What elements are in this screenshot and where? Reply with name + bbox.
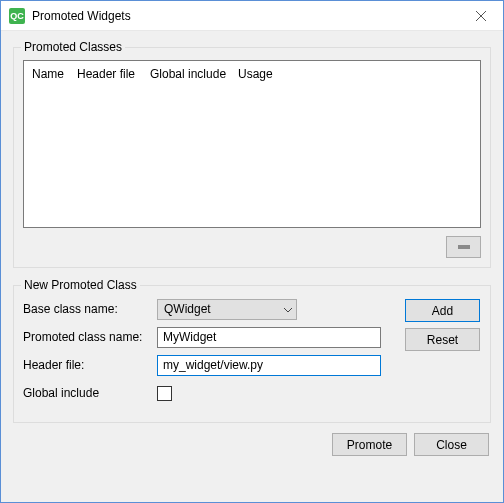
chevron-down-icon	[284, 302, 292, 316]
base-class-label: Base class name:	[23, 302, 157, 316]
promoted-class-input[interactable]	[157, 327, 381, 348]
window-title: Promoted Widgets	[32, 9, 458, 23]
base-class-select[interactable]: QWidget	[157, 299, 297, 320]
list-toolbar	[23, 236, 481, 258]
promote-button[interactable]: Promote	[332, 433, 407, 456]
new-promoted-class-group: New Promoted Class Base class name: QWid…	[13, 285, 491, 423]
dialog-content: Promoted Classes Name Header file Global…	[1, 31, 503, 502]
close-button[interactable]: Close	[414, 433, 489, 456]
remove-button[interactable]	[446, 236, 481, 258]
column-header-file[interactable]: Header file	[74, 65, 147, 83]
app-icon: QC	[9, 8, 25, 24]
reset-button[interactable]: Reset	[405, 328, 480, 351]
promoted-classes-group: Promoted Classes Name Header file Global…	[13, 47, 491, 268]
header-file-label: Header file:	[23, 358, 157, 372]
add-button[interactable]: Add	[405, 299, 480, 322]
column-global-include[interactable]: Global include	[147, 65, 235, 83]
column-name[interactable]: Name	[29, 65, 74, 83]
svg-rect-2	[458, 245, 470, 249]
group-title-new-promoted-class: New Promoted Class	[21, 278, 140, 292]
dialog-footer: Promote Close	[13, 423, 491, 456]
base-class-value: QWidget	[164, 302, 211, 316]
titlebar: QC Promoted Widgets	[1, 1, 503, 31]
header-file-input[interactable]	[157, 355, 381, 376]
promoted-class-label: Promoted class name:	[23, 330, 157, 344]
group-title-promoted-classes: Promoted Classes	[21, 40, 125, 54]
close-icon[interactable]	[458, 1, 503, 30]
minus-icon	[458, 245, 470, 249]
column-usage[interactable]: Usage	[235, 65, 285, 83]
list-header: Name Header file Global include Usage	[24, 61, 480, 87]
dialog-window: QC Promoted Widgets Promoted Classes Nam…	[0, 0, 504, 503]
global-include-label: Global include	[23, 386, 157, 400]
global-include-checkbox[interactable]	[157, 386, 172, 401]
promoted-classes-list[interactable]: Name Header file Global include Usage	[23, 60, 481, 228]
